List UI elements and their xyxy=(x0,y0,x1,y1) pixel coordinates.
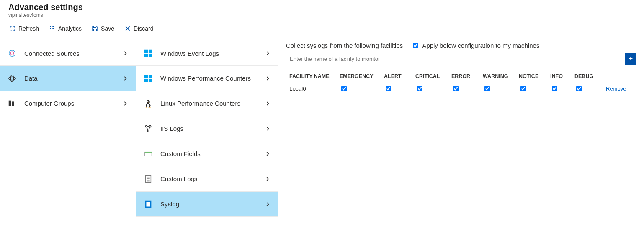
severity-debug-checkbox[interactable] xyxy=(576,86,582,91)
svg-rect-15 xyxy=(149,54,152,57)
svg-rect-5 xyxy=(53,28,54,29)
col-alert: ALERT xyxy=(384,73,415,79)
chevron-right-icon xyxy=(122,75,128,81)
page-title: Advanced settings xyxy=(8,3,636,12)
nav-label: Computer Groups xyxy=(24,100,74,107)
svg-point-7 xyxy=(9,50,15,57)
subnav-label: Custom Logs xyxy=(160,175,197,182)
nav-computer-groups[interactable]: Computer Groups xyxy=(0,91,136,116)
col-notice: NOTICE xyxy=(519,73,550,79)
nav-label: Data xyxy=(24,75,38,82)
svg-rect-0 xyxy=(50,26,51,27)
syslog-panel: Collect syslogs from the following facil… xyxy=(278,36,644,252)
severity-error-checkbox[interactable] xyxy=(453,86,459,91)
col-warning: WARNING xyxy=(483,73,519,79)
discard-icon xyxy=(124,25,131,32)
linux-icon xyxy=(144,99,153,108)
content-area: Connected Sources Data Computer Groups W… xyxy=(0,36,644,252)
analytics-button[interactable]: Analytics xyxy=(48,24,82,33)
windows-icon xyxy=(144,49,153,58)
severity-notice-checkbox[interactable] xyxy=(520,86,526,91)
apply-config-checkbox[interactable] xyxy=(413,43,418,48)
chevron-right-icon xyxy=(265,126,270,132)
subnav-label: IIS Logs xyxy=(160,125,183,132)
col-debug: DEBUG xyxy=(574,73,606,79)
col-critical: CRITICAL xyxy=(415,73,451,79)
analytics-icon xyxy=(49,25,56,32)
col-info: INFO xyxy=(550,73,574,79)
severity-alert-checkbox[interactable] xyxy=(386,86,391,91)
svg-rect-32 xyxy=(146,202,150,206)
analytics-label: Analytics xyxy=(58,25,82,32)
svg-rect-13 xyxy=(149,50,152,53)
col-facility: FACILITY NAME xyxy=(289,73,340,79)
svg-rect-4 xyxy=(52,28,53,29)
svg-point-25 xyxy=(145,125,147,127)
svg-rect-17 xyxy=(149,75,152,78)
table-header: FACILITY NAME EMERGENCY ALERT CRITICAL E… xyxy=(286,71,636,82)
col-emergency: EMERGENCY xyxy=(340,73,384,79)
refresh-button[interactable]: Refresh xyxy=(8,24,40,33)
refresh-icon xyxy=(9,25,16,32)
save-icon xyxy=(92,25,98,32)
subnav-syslog[interactable]: Syslog xyxy=(136,192,278,217)
apply-config-label: Apply below configuration to my machines xyxy=(422,42,539,49)
remove-link[interactable]: Remove xyxy=(606,86,626,92)
left-nav: Connected Sources Data Computer Groups xyxy=(0,36,136,252)
data-icon xyxy=(8,74,17,83)
subnav-label: Windows Event Logs xyxy=(160,50,219,57)
svg-rect-19 xyxy=(149,78,152,81)
page-header: Advanced settings vipinsftest4oms xyxy=(0,0,644,21)
nav-connected-sources[interactable]: Connected Sources xyxy=(0,41,136,66)
severity-critical-checkbox[interactable] xyxy=(417,86,422,91)
svg-point-26 xyxy=(149,125,151,127)
subnav-iis-logs[interactable]: IIS Logs xyxy=(136,116,278,141)
discard-button[interactable]: Discard xyxy=(124,24,154,33)
page-subtitle: vipinsftest4oms xyxy=(8,12,636,18)
subnav-custom-fields[interactable]: Custom Fields xyxy=(136,141,278,166)
svg-rect-12 xyxy=(144,50,148,53)
plus-icon: + xyxy=(629,55,633,62)
svg-rect-14 xyxy=(144,54,148,57)
chevron-right-icon xyxy=(265,101,270,107)
chevron-right-icon xyxy=(122,101,128,107)
svg-rect-3 xyxy=(50,28,51,29)
svg-point-8 xyxy=(9,77,16,80)
chevron-right-icon xyxy=(265,151,270,157)
custom-fields-icon xyxy=(144,149,153,158)
nav-label: Connected Sources xyxy=(24,50,80,57)
svg-rect-11 xyxy=(12,101,14,106)
connected-sources-icon xyxy=(8,49,17,58)
discard-label: Discard xyxy=(134,25,153,32)
svg-rect-18 xyxy=(144,78,148,81)
svg-rect-16 xyxy=(144,75,148,78)
svg-point-23 xyxy=(147,101,148,102)
toolbar: Refresh Analytics Save Discard xyxy=(0,21,644,36)
svg-rect-29 xyxy=(145,152,152,153)
refresh-label: Refresh xyxy=(18,25,39,32)
subnav-linux-perf-counters[interactable]: Linux Performance Counters xyxy=(136,91,278,116)
apply-config-row[interactable]: Apply below configuration to my machines xyxy=(411,42,539,49)
computer-groups-icon xyxy=(8,99,17,108)
col-error: ERROR xyxy=(451,73,483,79)
subnav-custom-logs[interactable]: Custom Logs xyxy=(136,166,278,192)
nav-data[interactable]: Data xyxy=(0,66,136,91)
panel-title: Collect syslogs from the following facil… xyxy=(286,42,403,49)
svg-rect-1 xyxy=(52,26,53,27)
svg-point-20 xyxy=(147,100,149,104)
facilities-table: FACILITY NAME EMERGENCY ALERT CRITICAL E… xyxy=(286,71,636,95)
facility-name-input[interactable] xyxy=(286,53,621,65)
subnav-label: Linux Performance Counters xyxy=(160,100,240,107)
subnav-label: Windows Performance Counters xyxy=(160,75,251,82)
iis-icon xyxy=(144,124,153,133)
custom-logs-icon xyxy=(144,174,153,184)
subnav-windows-event-logs[interactable]: Windows Event Logs xyxy=(136,41,278,66)
save-button[interactable]: Save xyxy=(91,24,115,33)
subnav-windows-perf-counters[interactable]: Windows Performance Counters xyxy=(136,66,278,91)
severity-warning-checkbox[interactable] xyxy=(484,86,490,91)
svg-point-24 xyxy=(149,101,149,102)
severity-info-checkbox[interactable] xyxy=(552,86,557,91)
severity-emergency-checkbox[interactable] xyxy=(341,86,347,91)
add-facility-button[interactable]: + xyxy=(625,53,636,65)
chevron-right-icon xyxy=(265,176,270,182)
